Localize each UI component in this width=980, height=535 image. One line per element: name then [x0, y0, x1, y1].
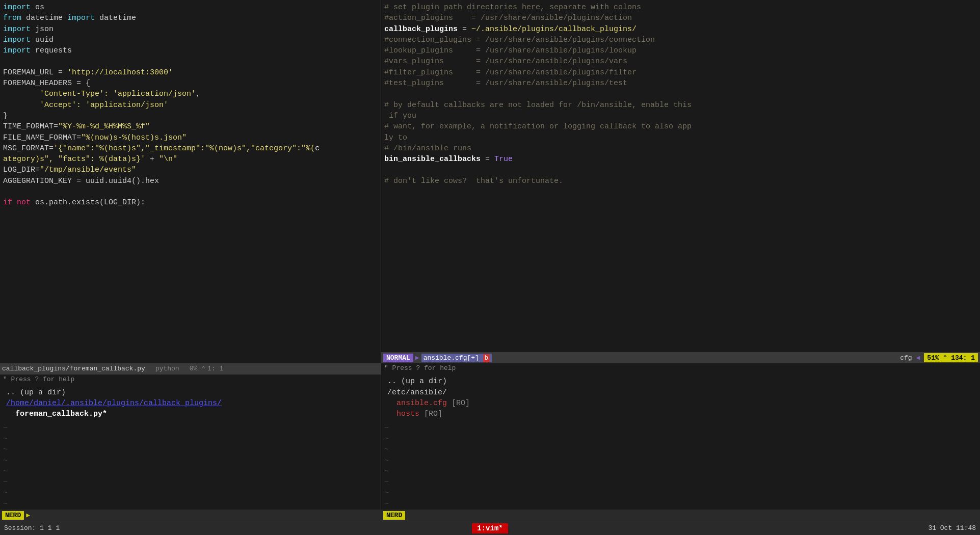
right-arrow2: ◀: [916, 354, 920, 362]
left-nerd-bar: NERD ▶: [0, 510, 381, 521]
left-code-area: import os from datetime import datetime …: [0, 0, 381, 363]
right-code: # set plugin path directories here, sepa…: [381, 0, 980, 189]
right-pane: # set plugin path directories here, sepa…: [381, 0, 980, 521]
right-press-help: " Press ? for help: [381, 363, 980, 373]
right-file-explorer: .. (up a dir) /etc/ansible/ ansible.cfg …: [381, 373, 980, 422]
right-status-bar: NORMAL ▶ ansible.cfg[+] b cfg ◀ 51% ⌃ 13…: [381, 352, 980, 363]
right-code-area: # set plugin path directories here, sepa…: [381, 0, 980, 352]
left-filename: callback_plugins/foreman_callback.py: [2, 365, 145, 372]
left-nerd-prompt: ▶: [26, 511, 30, 519]
left-filetype: python: [155, 365, 179, 372]
left-percent: 0%: [190, 365, 198, 372]
right-nerd-label: NERD: [383, 511, 405, 520]
right-percent: 51% ⌃ 134: 1: [924, 353, 978, 362]
left-file-explorer: .. (up a dir) /home/daniel/.ansible/plug…: [0, 384, 381, 423]
left-code: import os from datetime import datetime …: [0, 0, 381, 210]
left-nerd-label: NERD: [2, 511, 24, 520]
left-cursor-icon: ⌃: [201, 365, 205, 373]
main-area: import os from datetime import datetime …: [0, 0, 980, 521]
right-dir: .. (up a dir) /etc/ansible/ ansible.cfg …: [384, 374, 977, 421]
left-pane: import os from datetime import datetime …: [0, 0, 381, 521]
left-tildes: ~ ~ ~ ~ ~ ~ ~ ~: [0, 423, 381, 510]
right-filename: ansible.cfg[+] b: [421, 354, 492, 362]
session-info: Session: 1 1 1: [4, 524, 472, 532]
right-tildes: ~ ~ ~ ~ ~ ~ ~ ~: [381, 423, 980, 510]
left-dir: .. (up a dir) /home/daniel/.ansible/plug…: [3, 385, 378, 422]
right-arrow: ▶: [415, 354, 419, 362]
datetime: 31 Oct 11:48: [508, 524, 976, 532]
right-filetype: cfg: [900, 354, 912, 362]
right-mode-normal: NORMAL: [383, 354, 413, 362]
left-lineinfo: 1: 1: [207, 365, 223, 372]
left-status-bar: callback_plugins/foreman_callback.py pyt…: [0, 363, 381, 374]
bottom-bar: Session: 1 1 1 1:vim* 31 Oct 11:48: [0, 521, 980, 535]
right-nerd-bar: NERD: [381, 510, 980, 521]
vim-label: 1:vim*: [472, 523, 508, 533]
left-press-help: " Press ? for help: [0, 374, 381, 384]
